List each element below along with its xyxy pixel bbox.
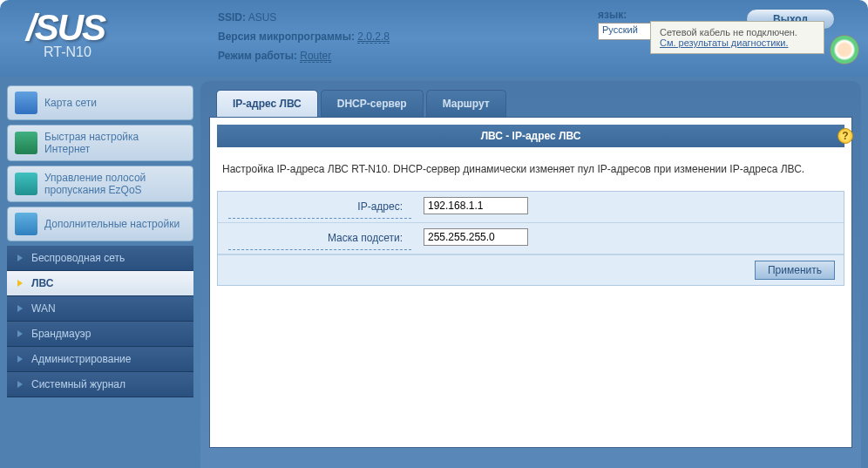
map-icon: [15, 92, 37, 114]
help-icon[interactable]: ?: [837, 128, 853, 144]
subnav-syslog[interactable]: Системный журнал: [7, 372, 193, 397]
mask-label: Маска подсети:: [228, 227, 411, 250]
cable-tooltip: Сетевой кабель не подключен. См. результ…: [650, 21, 824, 54]
logo-area: /SUS RT-N10: [0, 0, 200, 77]
tooltip-text: Сетевой кабель не подключен.: [660, 27, 797, 37]
lang-label: язык:: [598, 9, 729, 21]
subnav-admin[interactable]: Администрирование: [7, 347, 193, 372]
qos-icon: [15, 173, 37, 195]
row-mask: Маска подсети:: [218, 223, 844, 254]
sub-nav: Беспроводная сеть ЛВС WAN Брандмауэр Адм…: [7, 246, 193, 397]
fw-link[interactable]: 2.0.2.8: [357, 31, 390, 44]
form-table: IP-адрес: Маска подсети: Применить: [217, 191, 844, 286]
content-panel: ЛВС - IP-адрес ЛВС ? Настройка IP-адреса…: [209, 117, 852, 448]
mask-input[interactable]: [424, 228, 528, 246]
ip-label: IP-адрес:: [228, 195, 411, 219]
mode-link[interactable]: Router: [300, 50, 331, 63]
row-ip: IP-адрес:: [218, 192, 844, 223]
nav-label: Управление полосой пропускания EzQoS: [44, 172, 186, 196]
nav-network-map[interactable]: Карта сети: [7, 85, 193, 120]
fw-label: Версия микропрограммы:: [218, 31, 355, 43]
mode-label: Режим работы:: [218, 50, 297, 62]
subnav-wan[interactable]: WAN: [7, 296, 193, 322]
body: Карта сети Быстрая настройка Интернет Уп…: [0, 77, 868, 468]
subnav-wireless[interactable]: Беспроводная сеть: [7, 246, 193, 271]
nav-label: Дополнительные настройки: [44, 218, 180, 230]
model-name: RT-N10: [44, 44, 200, 60]
nav-quick-setup[interactable]: Быстрая настройка Интернет: [7, 125, 193, 161]
nav-label: Быстрая настройка Интернет: [44, 131, 186, 155]
tab-route[interactable]: Маршрут: [426, 90, 506, 117]
subnav-firewall[interactable]: Брандмауэр: [7, 322, 193, 347]
ssid-label: SSID:: [218, 11, 246, 24]
nav-ezqos[interactable]: Управление полосой пропускания EzQoS: [7, 166, 193, 202]
panel-description: Настройка IP-адреса ЛВС RT-N10. DHCP-сер…: [210, 154, 851, 184]
ip-input[interactable]: [424, 197, 528, 214]
tabs: IP-адрес ЛВС DHCP-сервер Маршрут: [200, 81, 861, 117]
tools-icon: [15, 213, 37, 235]
brand-logo: /SUS: [26, 7, 200, 49]
doctor-icon[interactable]: [830, 35, 859, 64]
tab-lan-ip[interactable]: IP-адрес ЛВС: [216, 90, 318, 117]
nav-advanced[interactable]: Дополнительные настройки: [7, 207, 193, 241]
nav-label: Карта сети: [44, 97, 97, 109]
apply-row: Применить: [218, 254, 844, 285]
wizard-icon: [15, 132, 37, 154]
main-area: IP-адрес ЛВС DHCP-сервер Маршрут ЛВС - I…: [200, 81, 861, 468]
info-area: SSID: ASUS Версия микропрограммы: 2.0.2.…: [200, 0, 598, 77]
subnav-lan[interactable]: ЛВС: [7, 271, 193, 296]
tooltip-link[interactable]: См. результаты диагностики.: [660, 37, 788, 48]
sidebar: Карта сети Быстрая настройка Интернет Уп…: [0, 77, 200, 468]
apply-button[interactable]: Применить: [755, 261, 835, 280]
tab-dhcp[interactable]: DHCP-сервер: [321, 90, 424, 117]
panel-title: ЛВС - IP-адрес ЛВС: [217, 125, 844, 147]
header: /SUS RT-N10 SSID: ASUS Версия микропрогр…: [0, 0, 868, 77]
ssid-value: ASUS: [248, 11, 277, 24]
